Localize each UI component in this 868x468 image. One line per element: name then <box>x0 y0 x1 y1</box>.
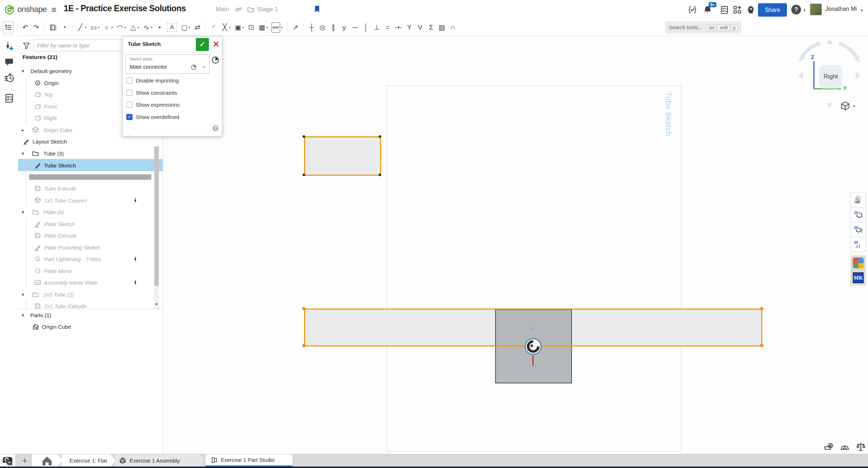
feature-item-tube-3[interactable]: ▾Tube (3) <box>18 148 163 159</box>
user-name[interactable]: Jonathan Mi <box>825 6 857 12</box>
feature-item-1x1-tube-convert[interactable]: 1x1 Tube Convert <box>18 195 163 207</box>
feature-item-layout-sketch[interactable]: Layout Sketch <box>18 136 163 148</box>
slot-tool[interactable]: ▢▾ <box>180 21 191 34</box>
parts-header-row[interactable]: ▾ Parts (1) <box>18 309 163 321</box>
sketch-vertex[interactable] <box>303 174 305 176</box>
feature-item-2x1-tube-2[interactable]: ▾2x1 Tube (2) <box>18 289 163 301</box>
perpendicular-tool[interactable]: ⊥ <box>372 21 382 34</box>
tasks-checklist-icon[interactable] <box>720 5 729 14</box>
insert-feature-button[interactable] <box>4 41 14 51</box>
dialog-confirm-button[interactable]: ✓ <box>196 38 209 51</box>
comments-button[interactable] <box>4 57 14 67</box>
sketch-text-tool[interactable]: A <box>166 21 178 34</box>
learning-center-icon[interactable] <box>746 5 755 14</box>
checkbox-checked-icon[interactable]: ✓ <box>126 114 132 120</box>
overdefined-dots-icon[interactable] <box>132 278 138 287</box>
sketch-vertex[interactable] <box>302 307 306 310</box>
tab-exercise-1-part-studio[interactable]: Exercise 1 Part Studio <box>206 454 292 467</box>
rollback-row[interactable] <box>18 171 163 183</box>
sketch-vertex[interactable] <box>302 344 306 347</box>
midpoint-tool[interactable]: -•- <box>394 21 403 34</box>
checkbox-show-expressions[interactable]: Show expressions <box>126 99 218 111</box>
spline-tool[interactable]: ∿▾ <box>142 21 154 34</box>
logo-wordmark[interactable]: onshape <box>17 5 47 14</box>
search-tools[interactable]: Search tools... ctrlshiftp <box>665 21 741 34</box>
feature-item-tube-extrude[interactable]: Tube Extrude <box>18 183 163 195</box>
caret-down-icon[interactable]: ▾ <box>22 209 24 215</box>
export-dxf-tool[interactable]: DXF▾ <box>270 21 284 34</box>
pierce-tool[interactable]: V <box>416 21 425 34</box>
curvature-comb-tool[interactable]: ∩ <box>448 21 458 34</box>
feature-item-assembly-mirror-plate[interactable]: AmAssembly mirror Plate <box>18 277 163 289</box>
learning-bookmark-icon[interactable] <box>313 5 321 13</box>
checkbox-unchecked-icon[interactable] <box>126 90 132 96</box>
tangent-arc-tool[interactable]: ◠▾ <box>115 21 127 34</box>
tab-search-button[interactable] <box>0 454 15 467</box>
scrollbar-thumb[interactable] <box>154 146 159 286</box>
variables-panel-button[interactable]: x) <box>851 237 866 252</box>
caret-right-icon[interactable]: ▸ <box>22 127 24 132</box>
featurescript-icon[interactable] <box>688 5 697 14</box>
clear-selection-icon[interactable]: × <box>202 64 206 70</box>
intersect-tool[interactable]: ◔ <box>59 21 69 34</box>
appearance-panel-button[interactable] <box>851 192 866 208</box>
polygon-tool[interactable]: △▾ <box>128 21 140 34</box>
view-cube-face[interactable]: Right <box>819 65 843 89</box>
horizontal-constraint-tool[interactable]: ─ <box>350 21 360 34</box>
symmetric-tool[interactable]: Σ <box>426 21 436 34</box>
linear-pattern-tool[interactable]: ▦▾ <box>257 21 269 34</box>
sketch-vertex[interactable] <box>760 344 763 347</box>
rotate-left-arrow[interactable] <box>798 72 803 79</box>
overdefined-dots-icon[interactable] <box>132 196 138 205</box>
sketch-origin-point[interactable] <box>531 326 534 329</box>
caret-down-icon[interactable]: ▾ <box>22 292 24 297</box>
center-point-circle-tool[interactable]: ○▾ <box>102 21 114 34</box>
tape-measure-icon[interactable] <box>824 442 834 452</box>
checkbox-unchecked-icon[interactable] <box>126 102 132 108</box>
feature-item-plate-pocketing-sketch[interactable]: Plate Pocketing Sketch <box>18 242 163 254</box>
checkbox-disable-imprinting[interactable]: Disable imprinting <box>126 75 218 87</box>
vertical-constraint-tool[interactable]: │ <box>361 21 371 34</box>
onshape-logo-icon[interactable] <box>4 4 15 16</box>
sketch-vertex[interactable] <box>303 135 305 138</box>
feature-item-plate-sketch[interactable]: Plate Sketch <box>18 218 163 230</box>
mirror-tool[interactable]: ⇄ <box>193 21 202 34</box>
fillet-tool[interactable]: ◜ <box>209 21 219 34</box>
dialog-drag-dots-icon[interactable] <box>133 123 136 134</box>
rotate-up-arrow[interactable] <box>826 39 833 44</box>
point-tool[interactable]: • <box>155 21 164 34</box>
mass-properties-icon[interactable] <box>856 442 866 452</box>
corner-rectangle-tool[interactable]: ▭▾ <box>89 21 101 34</box>
rotate-right-arrow[interactable] <box>856 72 860 79</box>
document-title[interactable]: 1E - Practice Exercise Solutions <box>64 4 186 13</box>
final-state-clock-button[interactable] <box>211 56 220 64</box>
tube-sketch-small-rectangle[interactable] <box>304 136 381 176</box>
sketch-plane-field[interactable]: Sketch plane Mate connector × <box>126 54 210 74</box>
sketch-vertex[interactable] <box>379 174 381 176</box>
version-label[interactable]: Stage 1 <box>257 6 278 13</box>
chevron-down-icon[interactable]: ▾ <box>804 8 806 13</box>
line-tool[interactable]: ╱▾ <box>76 21 88 34</box>
tables-panel-button[interactable] <box>851 207 866 222</box>
pinwheel-app-button[interactable] <box>851 255 866 271</box>
dialog-cancel-button[interactable]: ✕ <box>212 39 220 50</box>
checkbox-unchecked-icon[interactable] <box>126 77 132 84</box>
sketch-vertex[interactable] <box>760 307 763 310</box>
chevron-down-icon[interactable]: ▾ <box>853 104 855 109</box>
share-button[interactable]: Share <box>758 3 787 17</box>
protractor-icon[interactable] <box>840 442 850 452</box>
feature-item-2x1-tube-extrude[interactable]: 2x1 Tube Extrude <box>18 300 163 309</box>
sketch-vertex[interactable] <box>379 135 381 138</box>
overdefined-dots-icon[interactable] <box>132 255 138 263</box>
model-canvas[interactable]: Tube Sketch <box>163 36 868 454</box>
offset-tool[interactable]: ▣▾ <box>233 21 245 34</box>
chevron-down-icon[interactable]: ▾ <box>861 8 863 13</box>
feature-item-part-lightening-ribs[interactable]: ΩPart Lightening - ? Ribs <box>18 253 163 265</box>
branch-label[interactable]: Main <box>216 6 229 13</box>
link-icon[interactable] <box>235 5 243 13</box>
checklist-button[interactable] <box>4 93 14 103</box>
feature-item-plate-mirror[interactable]: Plate Mirror <box>18 265 163 277</box>
checkbox-show-constraints[interactable]: Show constraints <box>126 87 218 99</box>
dialog-header[interactable]: Tube Sketch ✓ ✕ <box>123 37 222 52</box>
sketch-settings-tool[interactable] <box>48 21 58 34</box>
